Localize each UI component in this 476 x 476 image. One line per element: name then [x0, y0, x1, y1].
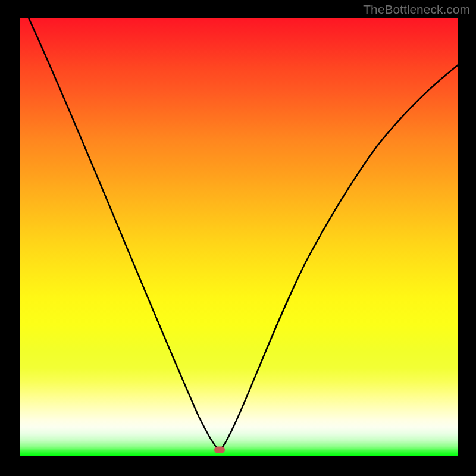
plot-area [20, 18, 458, 456]
curve-svg [20, 18, 458, 456]
bottleneck-curve-path [29, 18, 458, 449]
watermark-text: TheBottleneck.com [363, 2, 470, 17]
minimum-marker [214, 446, 225, 453]
